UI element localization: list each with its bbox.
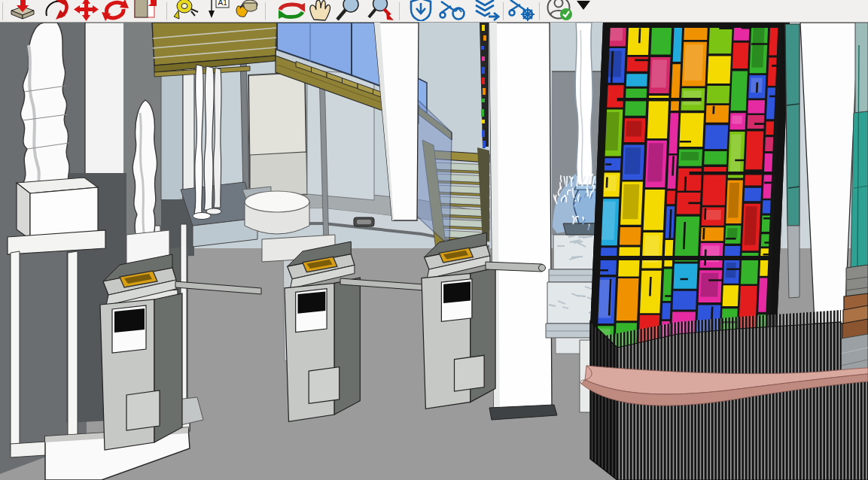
svg-text:A1: A1 xyxy=(218,0,228,7)
